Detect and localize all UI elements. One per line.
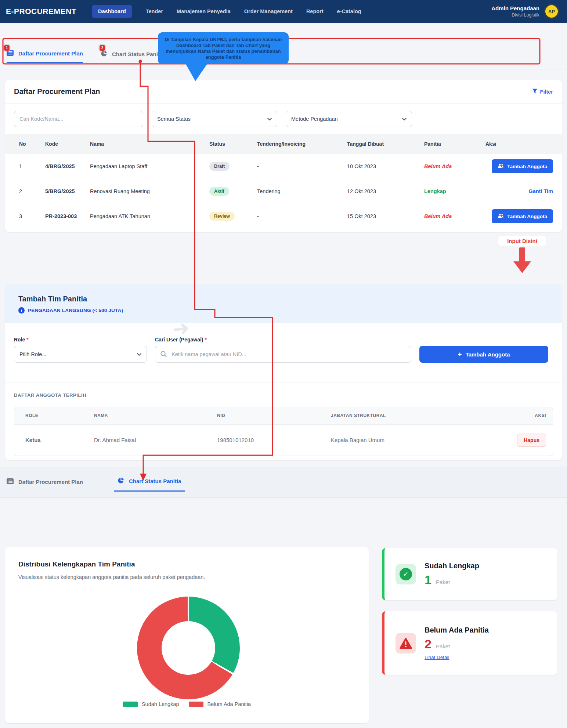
summary-card-sudah-lengkap: ✓ Sudah Lengkap 1 Paket [382,548,557,600]
member-role: Ketua [14,424,83,456]
plus-icon: + [458,350,462,358]
users-icon [498,213,504,219]
summary-title: Sudah Lengkap [425,562,479,570]
row-nama: Pengadaan ATK Tahunan [90,204,209,229]
search-icon [160,351,167,359]
member-row: Ketua Dr. Ahmad Faisal 198501012010 Kepa… [14,424,553,456]
table-row: 1 4/BRG/2025 Pengadaan Laptop Staff Draf… [5,154,562,179]
legend-item[interactable]: Sudah Lengkap [123,701,179,707]
avatar[interactable]: AP [544,4,559,19]
nav-item-report[interactable]: Report [306,8,324,14]
row-no: 1 [5,154,45,179]
chart-subtitle: Visualisasi status kelengkapan anggota p… [5,568,369,580]
tab-label: Chart Status Panitia [112,51,165,57]
chevron-down-icon [402,116,407,122]
info-icon: i [18,307,25,314]
ganti-tim-link[interactable]: Ganti Tim [528,188,553,194]
tambah-anggota-submit-button[interactable]: + Tambah Anggota [419,346,548,363]
user-search-label: Cari User (Pegawai) * [155,337,411,343]
filter-button[interactable]: Filter [532,88,553,95]
member-name: Dr. Ahmad Faisal [83,424,206,456]
procurement-type-label: PENGADAAN LANGSUNG (< 500 JUTA) [28,308,123,313]
tambah-tim-panitia-card: Tambah Tim Panitia i PENGADAAN LANGSUNG … [5,285,562,460]
user-division: Divisi Logistik [491,12,539,18]
nav-item-tender[interactable]: Tender [146,8,163,14]
pie-chart-icon [118,477,124,485]
tab-label: Chart Status Panitia [129,478,181,484]
tambah-anggota-button[interactable]: Tambah Anggota [492,159,553,173]
legend-swatch-green [123,702,138,707]
table-header-row: No Kode Nama Status Tendering/Invoicing … [5,134,562,154]
status-badge: Draft [209,162,230,171]
legend-swatch-red [189,702,203,707]
summary-value: 1 [425,573,431,587]
chevron-down-icon [137,351,141,357]
hapus-button[interactable]: Hapus [517,434,546,447]
main-nav: Dashboard Tender Manajemen Penyedia Orde… [92,5,491,18]
nav-item-order-management[interactable]: Order Management [244,8,293,14]
tab-daftar-procurement-plan[interactable]: Daftar Procurement Plan [7,50,83,63]
tab-label: Daftar Procurement Plan [18,50,83,57]
tab-chart-status-panitia-2[interactable]: Chart Status Panitia [114,477,185,492]
members-header-row: ROLE NAMA NID JABATAN STRUKTURAL AKSI [14,407,553,424]
table-row: 2 5/BRG/2025 Renovasi Ruang Meeting Akti… [5,179,562,204]
status-select[interactable]: Semua Status [152,111,277,127]
table-row: 3 PR-2023-003 Pengadaan ATK Tahunan Revi… [5,204,562,229]
nav-item-dashboard[interactable]: Dashboard [92,5,132,18]
plan-card-title: Daftar Procurement Plan [14,87,100,96]
row-kode-link[interactable]: 5/BRG/2025 [45,179,90,204]
legend-item[interactable]: Belum Ada Panitia [189,701,251,707]
summary-card-belum-ada-panitia: Belum Ada Panitia 2 Paket Lihat Detail [382,611,557,675]
row-nama: Pengadaan Laptop Staff [90,154,209,179]
role-select[interactable]: Pilih Role... [14,346,147,363]
row-no: 3 [5,204,45,229]
warning-icon [396,633,416,653]
tab-daftar-procurement-plan-2[interactable]: Daftar Procurement Plan [3,477,87,492]
status-badge: Aktif [209,187,229,196]
app-logo: E-PROCUREMENT [6,7,76,16]
bottom-tab-bar: Daftar Procurement Plan Chart Status Pan… [0,467,567,498]
summary-unit: Paket [436,579,450,585]
user-search-input[interactable] [155,346,411,363]
procurement-plan-card: Daftar Procurement Plan Filter Semua Sta… [5,80,562,232]
donut-chart [137,597,240,699]
panitia-status: Belum Ada [424,213,452,219]
panitia-status: Lengkap [424,188,446,194]
chart-card: Distribusi Kelengkapan Tim Panitia Visua… [5,547,369,723]
role-label: Role * [14,337,147,343]
row-kode-link[interactable]: 4/BRG/2025 [45,154,90,179]
row-tanggal: 15 Okt 2023 [347,204,424,229]
row-tendering: Tendering [257,179,347,204]
member-jabatan: Kepala Bagian Umum [320,424,481,456]
row-nama: Renovasi Ruang Meeting [90,179,209,204]
method-select[interactable]: Metode Pengadaan [286,111,412,127]
row-tanggal: 12 Okt 2023 [347,179,424,204]
row-kode-link[interactable]: PR-2023-003 [45,204,90,229]
user-name: Admin Pengadaan [491,5,539,11]
nav-item-e-catalog[interactable]: e-Catalog [337,8,361,14]
member-nid: 198501012010 [206,424,320,456]
chart-title: Distribusi Kelengkapan Tim Panitia [5,547,369,568]
search-input[interactable] [14,111,143,127]
summary-value: 2 [425,637,431,651]
row-tanggal: 10 Okt 2023 [347,154,424,179]
list-icon [7,478,14,485]
tab-label: Daftar Procurement Plan [18,479,83,485]
input-disini-label: Input Disini [498,236,546,246]
tab-chart-status-panitia[interactable]: Chart Status Panitia [101,50,165,63]
top-tab-bar: Daftar Procurement Plan Chart Status Pan… [0,23,567,69]
members-table: ROLE NAMA NID JABATAN STRUKTURAL AKSI Ke… [14,407,553,456]
row-tendering: - [257,154,347,179]
check-icon: ✓ [396,564,416,584]
user-menu[interactable]: Admin Pengadaan Divisi Logistik AP [491,4,559,19]
status-badge: Review [209,212,235,221]
users-icon [498,163,504,169]
row-no: 2 [5,179,45,204]
funnel-icon [532,88,538,95]
nav-item-manajemen-penyedia[interactable]: Manajemen Penyedia [177,8,231,14]
tambah-anggota-button[interactable]: Tambah Anggota [492,209,553,223]
lihat-detail-link[interactable]: Lihat Detail [425,655,449,660]
summary-unit: Paket [436,643,450,649]
chevron-down-icon [267,116,272,122]
plan-table: No Kode Nama Status Tendering/Invoicing … [5,134,562,229]
